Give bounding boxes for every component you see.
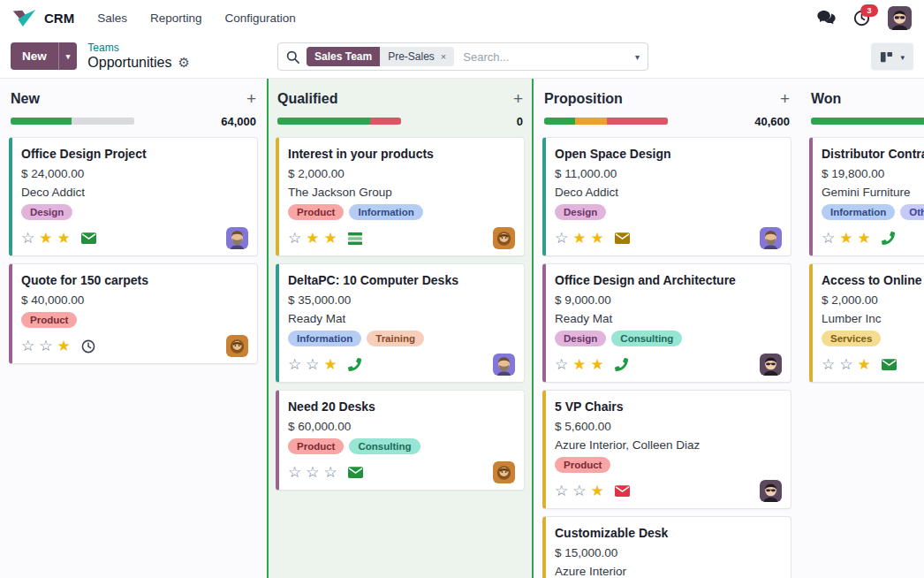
envelope-icon[interactable] [882,359,897,370]
priority-star[interactable]: ☆ [21,231,34,246]
priority-star[interactable]: ★ [324,357,337,372]
progress-segment[interactable] [11,118,72,125]
priority-star[interactable]: ★ [57,231,71,246]
search-bar[interactable]: Sales Team Pre-Sales × ▾ [277,42,648,71]
menu-configuration[interactable]: Configuration [216,6,305,30]
priority-star[interactable]: ★ [324,231,337,246]
priority-star[interactable]: ☆ [822,357,835,372]
priority-star[interactable]: ★ [572,231,586,246]
search-dropdown-caret-icon[interactable]: ▾ [635,52,640,62]
priority-star[interactable]: ★ [306,231,319,246]
avatar-orange[interactable] [493,461,515,483]
envelope-icon[interactable] [615,485,630,497]
column-progressbar[interactable] [544,118,668,125]
card-footer: ☆★★ [555,227,782,249]
kanban-card[interactable]: Office Design and Architecture $ 9,000.0… [542,263,791,383]
priority-star[interactable]: ☆ [288,465,301,480]
card-footer: ☆☆★ [822,354,924,376]
priority-star[interactable]: ★ [591,231,604,246]
kanban-card[interactable]: Customizable Desk $ 15,000.00 Azure Inte… [542,516,791,578]
avatar-admin[interactable] [760,480,782,502]
priority-star[interactable]: ☆ [288,231,301,246]
priority-star[interactable]: ★ [57,338,71,354]
card-tags: Services [822,331,924,346]
menu-sales[interactable]: Sales [88,6,136,30]
priority-star[interactable]: ★ [39,231,52,246]
priority-star[interactable]: ★ [858,357,871,372]
avatar-orange[interactable] [493,227,515,249]
priority-star[interactable]: ☆ [822,231,835,246]
tasks-icon[interactable] [348,232,362,245]
priority-star[interactable]: ☆ [306,465,319,480]
messages-icon[interactable] [817,10,836,26]
add-record-plus-icon[interactable]: + [780,90,790,107]
add-record-plus-icon[interactable]: + [246,90,256,107]
gear-icon[interactable]: ⚙ [178,56,189,69]
search-input[interactable] [461,49,628,65]
kanban-card[interactable]: 5 VP Chairs $ 5,600.00 Azure Interior, C… [542,390,791,509]
progress-segment[interactable] [277,118,370,125]
priority-star[interactable]: ☆ [555,231,568,246]
card-expected-revenue: $ 2,000.00 [822,293,924,307]
kanban-card[interactable]: Interest in your products $ 2,000.00 The… [276,137,525,256]
avatar-orange[interactable] [226,335,248,357]
progress-segment[interactable] [370,118,401,125]
new-button[interactable]: New [11,42,58,70]
menu-reporting[interactable]: Reporting [141,6,211,30]
column-progressbar[interactable] [811,118,924,125]
progress-segment[interactable] [575,118,607,125]
kanban-card[interactable]: Access to Online Catalog $ 2,000.00 Lumb… [809,263,924,383]
navbar-right: 3 [817,6,912,30]
priority-star[interactable]: ☆ [324,465,337,480]
column-progressbar[interactable] [277,118,401,125]
kanban-card[interactable]: DeltaPC: 10 Computer Desks $ 35,000.00 R… [276,263,525,383]
activities-clock-icon[interactable]: 3 [853,10,870,27]
view-switcher-button[interactable]: ▾ [871,43,913,71]
user-avatar[interactable] [888,6,912,30]
kanban-card[interactable]: Quote for 150 carpets $ 40,000.00 Produc… [9,263,258,364]
priority-star[interactable]: ☆ [21,338,34,354]
add-record-plus-icon[interactable]: + [513,90,523,107]
avatar-beard[interactable] [760,227,782,249]
envelope-icon[interactable] [81,232,96,244]
progress-segment[interactable] [72,118,134,125]
phone-icon[interactable] [348,358,361,371]
priority-star[interactable]: ★ [858,231,871,246]
breadcrumb-teams-link[interactable]: Teams [87,42,190,55]
kanban-column: Qualified + 0 Interest in your products … [267,79,534,578]
envelope-icon[interactable] [348,467,363,478]
priority-star[interactable]: ☆ [306,357,319,372]
facet-value: Pre-Sales × [380,47,454,66]
avatar-admin[interactable] [760,354,782,376]
column-progressbar[interactable] [11,118,134,125]
kanban-card[interactable]: Office Design Project $ 24,000.00 Deco A… [9,137,258,256]
avatar-beard[interactable] [493,354,515,376]
priority-star[interactable]: ☆ [555,357,568,372]
new-dropdown-caret-icon[interactable]: ▾ [58,42,78,70]
activity-count-badge: 3 [860,4,878,17]
phone-icon[interactable] [882,232,895,245]
avatar-beard[interactable] [226,227,248,249]
clock-icon[interactable] [81,339,95,354]
kanban-card[interactable]: Open Space Design $ 11,000.00 Deco Addic… [542,137,791,256]
priority-star[interactable]: ☆ [288,357,301,372]
kanban-card[interactable]: Distributor Contract $ 19,800.00 Gemini … [809,137,924,256]
progress-segment[interactable] [607,118,668,125]
priority-star[interactable]: ★ [839,231,852,246]
priority-star[interactable]: ★ [572,357,586,372]
card-tags: DesignConsulting [555,331,782,346]
envelope-icon[interactable] [615,232,630,244]
priority-star[interactable]: ★ [591,483,604,498]
card-title: Office Design Project [21,147,248,161]
priority-star[interactable]: ★ [591,357,604,372]
progress-segment[interactable] [544,118,575,125]
app-brand[interactable]: CRM [12,9,74,27]
priority-star[interactable]: ☆ [555,483,568,498]
priority-star[interactable]: ☆ [839,357,852,372]
facet-close-icon[interactable]: × [441,51,446,62]
priority-star[interactable]: ☆ [39,338,52,354]
progress-segment[interactable] [811,118,924,125]
phone-icon[interactable] [615,358,628,371]
kanban-card[interactable]: Need 20 Desks $ 60,000.00 ProductConsult… [276,390,525,491]
priority-star[interactable]: ☆ [572,483,586,498]
